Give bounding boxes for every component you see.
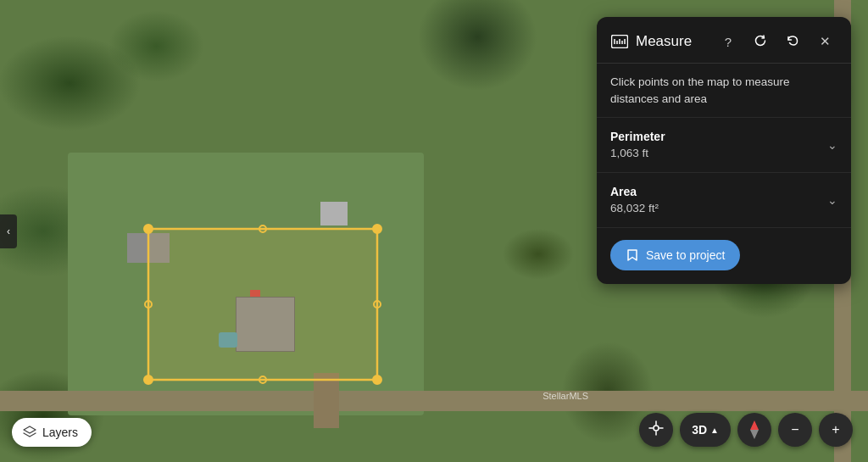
polygon-mid-right[interactable] [373,300,381,309]
panel-title: Measure [636,33,709,50]
polygon-mid-bottom[interactable] [259,376,267,384]
polygon-corner-tl[interactable] [143,224,153,234]
compass-icon [745,420,764,439]
layers-label: Layers [42,426,78,439]
compass-button[interactable] [737,413,771,447]
map-watermark: StellarMLS [542,391,588,401]
perimeter-expand-icon: ⌄ [827,138,837,152]
measure-icon [610,32,629,51]
layers-button[interactable]: Layers [12,418,92,447]
save-button-label: Save to project [646,248,725,262]
svg-point-7 [654,426,659,431]
perimeter-info: Perimeter 1,063 ft [610,130,665,160]
sidebar-toggle[interactable]: ‹ [0,214,17,248]
chevron-left-icon: ‹ [7,225,10,237]
zoom-out-button[interactable]: − [778,413,812,447]
zoom-in-button[interactable]: + [819,413,853,447]
bottom-controls: 3D ▲ − + [639,413,853,447]
polygon-corner-bl[interactable] [143,375,153,385]
polygon-mid-top[interactable] [259,225,267,233]
building-detail [250,290,260,297]
3d-chevron-icon: ▲ [710,426,719,435]
save-to-project-button[interactable]: Save to project [610,240,740,270]
zoom-out-icon: − [791,422,798,437]
bookmark-icon [626,248,639,262]
polygon-corner-br[interactable] [372,375,382,385]
3d-view-button[interactable]: 3D ▲ [680,413,731,447]
measure-panel: Measure ? [597,17,851,284]
close-icon: ✕ [820,34,831,49]
perimeter-label: Perimeter [610,130,665,143]
driveway [314,373,339,428]
undo-button[interactable] [780,29,805,54]
area-row[interactable]: Area 68,032 ft² ⌄ [597,173,851,228]
area-expand-icon: ⌄ [827,193,837,207]
building-barn [127,233,170,263]
layers-icon [22,425,37,440]
road-horizontal [0,391,868,411]
panel-header: Measure ? [597,17,851,64]
perimeter-value: 1,063 ft [610,147,648,159]
location-button[interactable] [639,413,673,447]
area-label: Area [610,185,659,198]
building-main [236,297,295,352]
panel-actions: Save to project [597,228,851,284]
undo-icon [786,34,799,50]
help-button[interactable]: ? [715,29,741,54]
building-small [320,202,348,225]
3d-label: 3D [692,423,707,437]
location-icon [648,420,664,439]
close-button[interactable]: ✕ [812,29,837,54]
refresh-button[interactable] [748,29,773,54]
panel-header-actions: ? ✕ [715,29,837,54]
field-area [68,153,424,415]
area-value: 68,032 ft² [610,202,659,214]
pool [219,332,237,348]
perimeter-row[interactable]: Perimeter 1,063 ft ⌄ [597,118,851,173]
polygon-mid-left[interactable] [144,300,153,309]
polygon-corner-tr[interactable] [372,224,382,234]
zoom-in-icon: + [832,422,839,437]
area-info: Area 68,032 ft² [610,185,659,215]
help-icon: ? [725,35,732,49]
panel-instruction: Click points on the map to measure dista… [597,64,851,118]
refresh-icon [754,34,767,50]
